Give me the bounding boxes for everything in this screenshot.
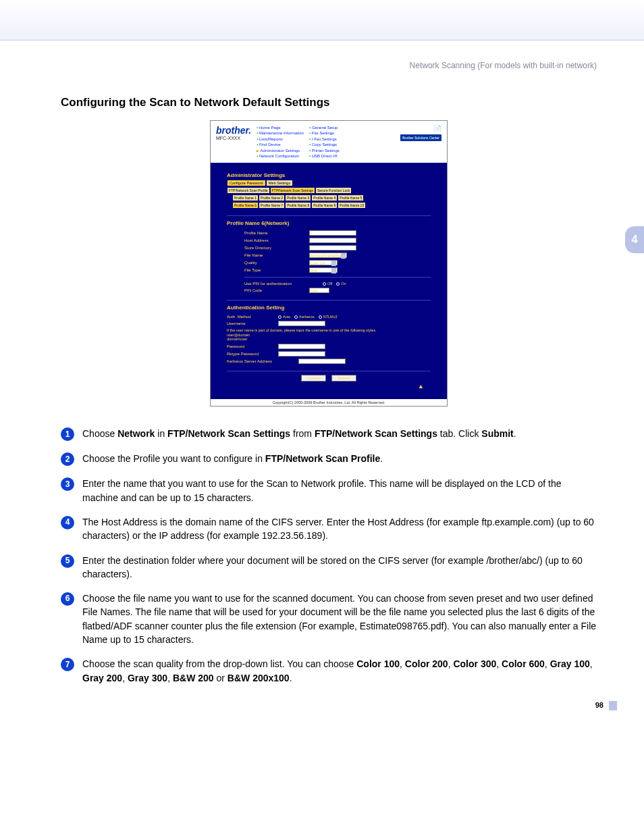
nav-link[interactable]: I-Fax Settings [309, 136, 340, 142]
step-1: 1 Choose Network in FTP/Network Scan Set… [61, 427, 597, 441]
step-4: 4 The Host Address is the domain name of… [61, 515, 597, 543]
tab[interactable]: FTP/Network Scan Profile [227, 187, 270, 194]
nav-link[interactable]: Administrator Settings [257, 148, 304, 153]
step-7: 7 Choose the scan quality from the drop-… [61, 657, 597, 685]
tab[interactable]: Profile Name 10 [338, 202, 366, 209]
step-text: Choose the Profile you want to configure… [82, 453, 265, 464]
step-list: 1 Choose Network in FTP/Network Scan Set… [61, 427, 597, 685]
nav-col-1: Home Page Maintenance Information Lists/… [257, 125, 304, 159]
file-type-select[interactable]: PDF [309, 267, 338, 273]
pin-off-radio[interactable]: Off [323, 282, 332, 286]
auth-ntlmv2-radio[interactable]: NTLMv2 [319, 315, 338, 319]
host-address-input[interactable] [309, 238, 356, 243]
radio-label: NTLMv2 [323, 315, 338, 319]
pin-on-radio[interactable]: On [336, 282, 346, 286]
field-label: File Name [244, 253, 305, 257]
step-number-icon: 3 [61, 477, 74, 491]
tab[interactable]: Web Settings [266, 180, 294, 186]
step-bold: Color 100 [356, 658, 400, 669]
store-directory-input[interactable] [309, 245, 356, 251]
nav-link[interactable]: Network Configuration [257, 153, 304, 159]
tab[interactable]: Profile Name 5 [338, 194, 364, 201]
top-bar [0, 0, 644, 41]
field-label: Kerberos Server Address [227, 359, 294, 363]
step-text: Choose [82, 428, 117, 439]
tab[interactable]: Profile Name 8 [285, 202, 311, 209]
field-label: File Type [244, 268, 305, 272]
username-hint: If the user name is part of domain, plea… [227, 328, 431, 332]
nav-link[interactable]: Printer Settings [309, 148, 340, 153]
field-label: Profile Name [244, 231, 305, 235]
nav-col-2: General Setup Fax Settings I-Fax Setting… [309, 125, 340, 159]
nav-link[interactable]: USB Direct I/F [309, 153, 340, 159]
step-text: Enter the name that you want to use for … [82, 477, 597, 504]
password-input[interactable] [278, 344, 325, 349]
tab[interactable]: Profile Name 1 [232, 194, 259, 201]
step-text: Choose the file name you want to use for… [82, 592, 597, 646]
auth-auto-radio[interactable]: Auto [278, 315, 290, 319]
page-stripe [609, 701, 617, 710]
tab[interactable]: Secure Function Lock [315, 187, 352, 194]
file-name-select[interactable]: BRN001BA9089054 [309, 253, 347, 258]
field-label: Password [227, 344, 274, 348]
embedded-screenshot: brother. MFC-XXXX Home Page Maintenance … [210, 120, 448, 407]
back-to-top-icon[interactable]: ▲ [227, 383, 431, 390]
step-text: from [290, 428, 315, 439]
step-number-icon: 4 [61, 516, 74, 529]
copyright: Copyright(C) 2000-2009 Brother Industrie… [211, 399, 447, 406]
help-icon: 📄 [433, 125, 441, 132]
solutions-badge[interactable]: Brother Solutions Center [400, 134, 441, 141]
tab[interactable]: Profile Name 4 [311, 194, 338, 201]
nav-link[interactable]: Copy Settings [309, 142, 340, 147]
tab[interactable]: Profile Name 2 [259, 194, 285, 201]
step-2: 2 Choose the Profile you want to configu… [61, 452, 597, 466]
tab[interactable]: FTP/Network Scan Settings [270, 187, 315, 194]
profile-name-input[interactable] [309, 230, 356, 236]
step-bold: Gray 300 [128, 673, 167, 683]
field-label: Quality [244, 261, 305, 265]
tab[interactable]: Profile Name 9 [311, 202, 338, 209]
nav-link[interactable]: Lists/Reports [257, 136, 304, 142]
nav-link[interactable]: Maintenance Information [257, 130, 304, 136]
field-label: Auth. Method [227, 315, 274, 319]
step-text: . [380, 453, 383, 464]
step-bold: FTP/Network Scan Settings [315, 428, 437, 439]
nav-link[interactable]: Fax Settings [309, 130, 340, 136]
step-bold: Gray 200 [82, 673, 122, 683]
model-label: MFC-XXXX [216, 136, 251, 140]
step-bold: FTP/Network Scan Profile [265, 453, 380, 464]
quality-select[interactable]: Color 100 [309, 260, 338, 265]
username-input[interactable] [278, 321, 325, 326]
cancel-button[interactable]: Cancel [301, 375, 326, 382]
nav-link[interactable]: Find Device [257, 142, 304, 147]
radio-label: Off [327, 282, 332, 286]
step-text: . [514, 428, 516, 439]
auth-kerberos-radio[interactable]: Kerberos [294, 315, 314, 319]
tab[interactable]: Configure Password [227, 180, 266, 186]
pin-code-input[interactable]: 0000 [309, 288, 329, 293]
username-hint3: domain\user [227, 337, 431, 341]
step-text: tab. Click [437, 428, 481, 439]
tab[interactable]: Profile Name 7 [259, 202, 285, 209]
step-bold: Color 600 [502, 658, 545, 669]
radio-label: Auto [283, 315, 290, 319]
submit-button[interactable]: Submit [331, 375, 356, 382]
step-bold: B&W 200 [173, 673, 214, 683]
section-title: Configuring the Scan to Network Default … [61, 96, 597, 109]
step-bold: Submit [481, 428, 513, 439]
step-number-icon: 5 [61, 554, 74, 568]
tab[interactable]: Profile Name 6 [232, 202, 259, 209]
step-bold: Color 200 [405, 658, 448, 669]
step-number-icon: 2 [61, 452, 74, 466]
retype-password-input[interactable] [278, 351, 325, 357]
step-number-icon: 7 [61, 658, 74, 671]
tab[interactable]: Profile Name 3 [285, 194, 311, 201]
step-3: 3 Enter the name that you want to use fo… [61, 477, 597, 504]
step-bold: Network [117, 428, 155, 439]
kerberos-server-input[interactable] [298, 359, 346, 364]
radio-label: On [341, 282, 346, 286]
admin-heading: Administrator Settings [227, 172, 431, 178]
nav-link[interactable]: Home Page [257, 125, 304, 130]
step-6: 6 Choose the file name you want to use f… [61, 592, 597, 646]
nav-link[interactable]: General Setup [309, 125, 340, 130]
